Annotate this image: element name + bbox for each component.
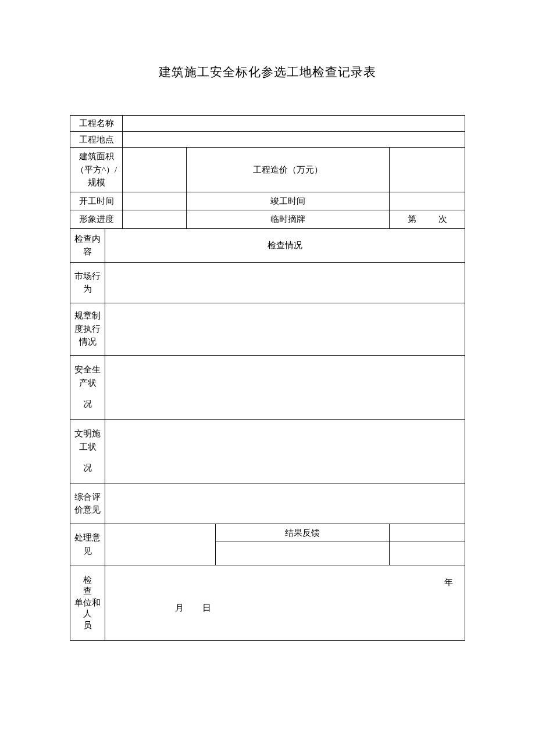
label-overall: 综合评价意见 (70, 483, 105, 524)
value-end-time (390, 192, 465, 210)
count-suffix: 次 (438, 214, 447, 224)
page-title: 建筑施工安全标化参选工地检查记录表 (70, 64, 465, 80)
label-year: 年 (444, 576, 453, 589)
value-unit-person: 年 月日 (105, 565, 465, 641)
label-market: 市场行为 (70, 262, 105, 303)
value-feedback (390, 524, 465, 542)
value-rules-exec (105, 303, 465, 355)
value-handle (105, 524, 216, 565)
label-temp-remove: 临时摘牌 (187, 210, 390, 229)
value-safety (105, 355, 465, 419)
count-prefix: 第 (408, 214, 416, 224)
label-rules-exec: 规章制度执行情况 (70, 303, 105, 355)
label-check-content: 检查内容 (70, 228, 105, 262)
label-safety: 安全生产状 况 (70, 355, 105, 419)
value-overall (105, 483, 465, 524)
value-project-loc (123, 131, 465, 148)
inspection-table: 工程名称 工程地点 建筑面积（平方^）/规模 工程造价（万元） 开工时间 竣工时… (70, 115, 465, 641)
value-start-time (123, 192, 187, 210)
value-market (105, 262, 465, 303)
value-project-name (123, 116, 465, 132)
label-project-name: 工程名称 (70, 116, 123, 132)
label-day: 日 (202, 603, 212, 612)
label-safety-l1: 安全生产状 (72, 363, 104, 389)
value-count: 第次 (390, 210, 465, 229)
label-handle: 处理意见 (70, 524, 105, 565)
label-area-scale: 建筑面积（平方^）/规模 (70, 148, 123, 192)
label-civil-l2: 况 (72, 461, 104, 475)
label-project-loc: 工程地点 (70, 131, 123, 148)
label-progress: 形象进度 (70, 210, 123, 229)
label-month: 月 (175, 603, 185, 612)
label-civil: 文明施工状 况 (70, 419, 105, 483)
label-feedback: 结果反馈 (216, 524, 390, 542)
label-start-time: 开工时间 (70, 192, 123, 210)
value-progress (123, 210, 187, 229)
label-safety-l2: 况 (72, 397, 104, 411)
label-check-status: 检查情况 (105, 228, 465, 262)
value-feedback-extra2 (390, 542, 465, 565)
label-end-time: 竣工时间 (187, 192, 390, 210)
label-civil-l1: 文明施工状 (72, 427, 104, 453)
value-cost (390, 148, 465, 192)
label-cost: 工程造价（万元） (187, 148, 390, 192)
value-feedback-extra1 (216, 542, 390, 565)
label-unit-person: 检查单位和人员 (70, 565, 105, 641)
value-area-scale (123, 148, 187, 192)
value-civil (105, 419, 465, 483)
